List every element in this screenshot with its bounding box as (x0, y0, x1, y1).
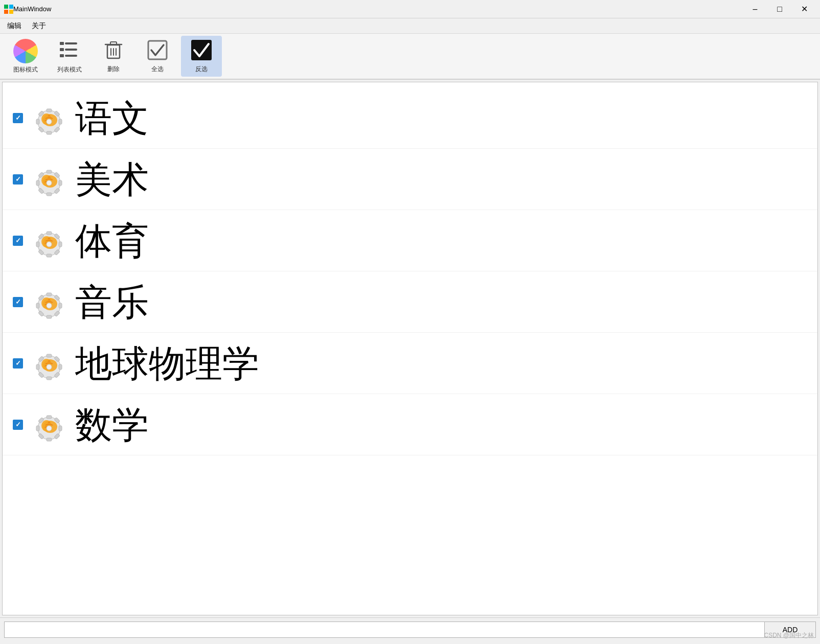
svg-rect-55 (59, 303, 62, 308)
item-checkbox[interactable] (13, 113, 23, 123)
item-label: 地球物理学 (75, 345, 259, 382)
item-label: 体育 (75, 222, 149, 259)
item-icon (31, 284, 67, 320)
item-label: 语文 (75, 100, 149, 136)
item-icon (31, 100, 67, 136)
svg-rect-33 (47, 193, 52, 196)
delete-label: 删除 (107, 65, 120, 74)
svg-point-77 (47, 364, 52, 370)
toolbar: 图标模式 列表模式 删除 (0, 34, 820, 80)
item-icon (31, 407, 67, 443)
svg-rect-25 (47, 109, 52, 112)
svg-rect-2 (4, 10, 8, 14)
svg-rect-81 (47, 438, 52, 441)
svg-rect-85 (47, 416, 52, 419)
invert-label: 反选 (195, 65, 208, 74)
item-label: 音乐 (75, 284, 149, 320)
item-checkbox[interactable] (13, 297, 23, 307)
svg-rect-21 (47, 131, 52, 134)
svg-point-29 (47, 119, 52, 124)
item-label: 美术 (75, 161, 149, 198)
svg-rect-9 (60, 54, 64, 57)
maximize-button[interactable]: □ (768, 2, 791, 17)
app-icon (4, 5, 13, 14)
photo-icon (13, 39, 38, 63)
svg-rect-31 (59, 180, 62, 186)
list-item[interactable]: 数学 (3, 394, 817, 455)
list-mode-button[interactable]: 列表模式 (49, 36, 90, 77)
item-checkbox[interactable] (13, 236, 23, 246)
check-invert-icon (190, 39, 213, 63)
bottom-bar: ADD (0, 617, 820, 641)
icon-mode-button[interactable]: 图标模式 (5, 36, 46, 77)
menu-bar: 编辑 关于 (0, 18, 820, 34)
svg-rect-49 (47, 232, 52, 235)
select-all-button[interactable]: 全选 (137, 36, 178, 77)
svg-rect-69 (47, 377, 52, 380)
list-item[interactable]: 语文 (3, 87, 817, 149)
svg-rect-61 (47, 293, 52, 296)
icon-mode-label: 图标模式 (13, 65, 38, 74)
svg-rect-83 (36, 426, 39, 431)
menu-edit[interactable]: 编辑 (2, 19, 27, 33)
svg-point-53 (47, 242, 52, 247)
svg-rect-35 (36, 180, 39, 186)
svg-rect-5 (60, 42, 64, 45)
svg-rect-3 (9, 10, 13, 14)
minimize-button[interactable]: – (743, 2, 767, 17)
svg-rect-47 (36, 242, 39, 247)
invert-select-button[interactable]: 反选 (181, 36, 222, 77)
select-all-label: 全选 (151, 65, 164, 74)
list-item[interactable]: 体育 (3, 210, 817, 271)
list-icon (58, 38, 81, 63)
svg-rect-71 (36, 364, 39, 370)
svg-point-65 (47, 303, 52, 308)
main-content: 语文 美术 (2, 82, 818, 615)
delete-icon (102, 39, 125, 63)
svg-rect-0 (4, 5, 8, 9)
list-mode-label: 列表模式 (57, 65, 82, 74)
svg-rect-6 (65, 49, 77, 51)
svg-rect-57 (47, 315, 52, 318)
list-area[interactable]: 语文 美术 (3, 82, 817, 615)
svg-rect-37 (47, 170, 52, 173)
delete-button[interactable]: 删除 (93, 36, 134, 77)
item-checkbox[interactable] (13, 358, 23, 369)
menu-about[interactable]: 关于 (27, 19, 51, 33)
list-item[interactable]: 地球物理学 (3, 333, 817, 394)
svg-rect-19 (59, 119, 62, 124)
window-controls: – □ ✕ (743, 2, 816, 17)
svg-rect-23 (36, 119, 39, 124)
item-icon (31, 223, 67, 259)
svg-rect-43 (59, 242, 62, 247)
check-all-icon (146, 39, 169, 63)
window-title: MainWindow (13, 5, 743, 13)
svg-rect-67 (59, 364, 62, 370)
watermark: CSDN @国中之林 (764, 631, 814, 640)
close-button[interactable]: ✕ (792, 2, 816, 17)
list-item[interactable]: 音乐 (3, 271, 817, 333)
item-label: 数学 (75, 406, 149, 443)
svg-rect-7 (60, 48, 64, 51)
svg-rect-12 (110, 42, 117, 44)
new-item-input[interactable] (4, 622, 765, 638)
item-checkbox[interactable] (13, 174, 23, 185)
item-icon (31, 162, 67, 197)
item-checkbox[interactable] (13, 420, 23, 430)
svg-rect-45 (47, 254, 52, 257)
item-icon (31, 346, 67, 381)
svg-rect-79 (59, 426, 62, 431)
svg-rect-59 (36, 303, 39, 308)
svg-rect-73 (47, 354, 52, 357)
title-bar: MainWindow – □ ✕ (0, 0, 820, 18)
svg-point-89 (47, 426, 52, 431)
svg-rect-1 (9, 5, 13, 9)
svg-rect-4 (65, 42, 77, 44)
svg-point-41 (47, 180, 52, 186)
list-item[interactable]: 美术 (3, 149, 817, 210)
svg-rect-8 (65, 55, 77, 57)
